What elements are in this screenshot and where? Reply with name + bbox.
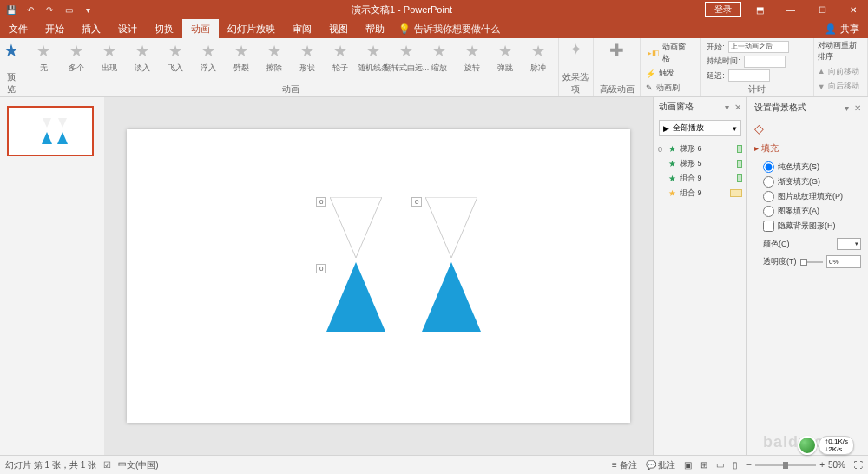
zoom-level[interactable]: 50% xyxy=(828,460,845,470)
fill-option[interactable]: 渐变填充(G) xyxy=(763,174,861,189)
save-icon[interactable]: 💾 xyxy=(5,3,17,16)
login-button[interactable]: 登录 xyxy=(705,2,741,17)
anim-gallery-item[interactable]: ★飞入 xyxy=(162,42,188,74)
start-dropdown[interactable]: 上一动画之后 xyxy=(728,41,789,53)
anim-gallery-item[interactable]: ★翻转式由远... xyxy=(393,42,419,74)
anim-gallery-item[interactable]: ★出现 xyxy=(96,42,122,74)
fill-radio[interactable] xyxy=(763,161,774,173)
color-dropdown-icon[interactable]: ▾ xyxy=(852,239,860,249)
comments-button[interactable]: 💬 批注 xyxy=(646,459,676,471)
move-earlier-button[interactable]: ▲向前移动 xyxy=(818,65,864,78)
sorter-view-icon[interactable]: ⊞ xyxy=(700,460,707,470)
anim-gallery-item[interactable]: ★弹跳 xyxy=(492,42,518,74)
anim-tag-3[interactable]: 0 xyxy=(316,264,326,273)
move-later-button[interactable]: ▼向后移动 xyxy=(818,80,864,93)
zoom-in-button[interactable]: + xyxy=(819,460,825,470)
ribbon-options-icon[interactable]: ⬒ xyxy=(745,0,774,19)
zoom-slider[interactable] xyxy=(755,464,816,466)
tab-slideshow[interactable]: 幻灯片放映 xyxy=(219,19,284,38)
fill-bucket-icon[interactable]: ◇ xyxy=(747,118,868,139)
play-all-button[interactable]: ▶全部播放▾ xyxy=(659,120,741,136)
assistant-orb-icon[interactable] xyxy=(798,436,817,455)
fit-to-window-icon[interactable]: ⛶ xyxy=(854,460,863,470)
tab-view[interactable]: 视图 xyxy=(320,19,357,38)
format-pane-dropdown-icon[interactable]: ▾ xyxy=(845,103,849,113)
animation-list-item[interactable]: ★组合 9 xyxy=(657,186,743,201)
animation-list-item[interactable]: ★组合 9 xyxy=(657,171,743,186)
add-animation-icon[interactable]: ✚ xyxy=(609,40,624,61)
notes-button[interactable]: ≡ 备注 xyxy=(612,459,637,471)
fill-option[interactable]: 隐藏背景图形(H) xyxy=(763,219,861,234)
maximize-button[interactable]: ☐ xyxy=(807,0,837,19)
slide[interactable]: 0 0 0 xyxy=(127,129,630,423)
reading-view-icon[interactable]: ▭ xyxy=(716,460,724,470)
anim-gallery-item[interactable]: ★轮子 xyxy=(327,42,353,74)
fill-checkbox[interactable] xyxy=(763,221,774,232)
tab-insert[interactable]: 插入 xyxy=(73,19,109,38)
anim-tag-1[interactable]: 0 xyxy=(316,197,326,207)
star-icon: ★ xyxy=(366,42,380,61)
anim-gallery-item[interactable]: ★浮入 xyxy=(195,42,221,74)
preview-icon[interactable]: ★ xyxy=(3,40,19,61)
transparency-slider[interactable] xyxy=(800,261,824,263)
transparency-input[interactable]: 0% xyxy=(826,255,861,268)
anim-gallery-item[interactable]: ★随机线条 xyxy=(360,42,386,74)
animation-list-item[interactable]: ★梯形 5 xyxy=(657,156,743,171)
anim-tag-2[interactable]: 0 xyxy=(411,197,422,207)
anim-gallery-item[interactable]: ★多个 xyxy=(63,42,89,74)
fill-radio[interactable] xyxy=(763,191,774,202)
anim-gallery-item[interactable]: ★形状 xyxy=(294,42,320,74)
trigger-button[interactable]: ⚡触发 xyxy=(644,67,697,81)
anim-gallery-item[interactable]: ★无 xyxy=(30,42,56,74)
start-slideshow-icon[interactable]: ▭ xyxy=(62,3,75,16)
undo-icon[interactable]: ↶ xyxy=(24,3,36,16)
anim-gallery-item[interactable]: ★淡入 xyxy=(129,42,155,74)
fill-option[interactable]: 图片或纹理填充(P) xyxy=(763,189,861,204)
tab-transitions[interactable]: 切换 xyxy=(146,19,182,38)
anim-gallery-item[interactable]: ★旋转 xyxy=(459,42,485,74)
animation-painter-button[interactable]: ✎动画刷 xyxy=(644,81,697,95)
fill-section[interactable]: ▸ 填充 xyxy=(747,139,868,158)
shape-outline-1[interactable] xyxy=(330,197,382,258)
anim-gallery-item[interactable]: ★劈裂 xyxy=(228,42,254,74)
redo-icon[interactable]: ↷ xyxy=(43,3,56,16)
triangle-shape-1[interactable] xyxy=(326,262,385,332)
spellcheck-icon[interactable]: ☑ xyxy=(103,460,111,470)
format-pane-close-icon[interactable]: ✕ xyxy=(854,103,861,113)
qat-dropdown-icon[interactable]: ▾ xyxy=(82,3,94,16)
share-button[interactable]: 👤共享 xyxy=(816,23,868,36)
animation-pane-button[interactable]: ▸◧动画窗格 xyxy=(644,40,697,66)
tab-home[interactable]: 开始 xyxy=(36,19,73,38)
triangle-shape-2[interactable] xyxy=(422,262,481,332)
close-button[interactable]: ✕ xyxy=(838,0,868,19)
delay-input[interactable] xyxy=(728,69,770,82)
fill-radio[interactable] xyxy=(763,176,774,188)
anim-gallery-item[interactable]: ★脉冲 xyxy=(525,42,551,74)
effect-options-icon[interactable]: ✦ xyxy=(562,40,589,59)
tell-me[interactable]: 💡告诉我你想要做什么 xyxy=(398,23,500,36)
fill-radio[interactable] xyxy=(763,206,774,217)
fill-option[interactable]: 纯色填充(S) xyxy=(763,160,861,174)
normal-view-icon[interactable]: ▣ xyxy=(684,460,692,470)
play-dropdown-icon[interactable]: ▾ xyxy=(733,124,737,133)
fill-option[interactable]: 图案填充(A) xyxy=(763,204,861,219)
minimize-button[interactable]: — xyxy=(776,0,806,19)
zoom-out-button[interactable]: − xyxy=(746,460,752,470)
anim-pane-dropdown-icon[interactable]: ▾ xyxy=(725,102,729,112)
duration-input[interactable] xyxy=(744,56,786,68)
tab-animations[interactable]: 动画 xyxy=(182,19,219,38)
shape-outline-2[interactable] xyxy=(425,197,477,258)
animation-list-item[interactable]: 0★梯形 6 xyxy=(657,142,743,156)
tab-review[interactable]: 审阅 xyxy=(284,19,320,38)
tab-design[interactable]: 设计 xyxy=(109,19,146,38)
color-swatch[interactable]: ▾ xyxy=(837,238,861,250)
anim-pane-close-icon[interactable]: ✕ xyxy=(734,102,741,112)
language-indicator[interactable]: 中文(中国) xyxy=(118,459,159,471)
anim-gallery-item[interactable]: ★缩放 xyxy=(426,42,452,74)
share-icon: 👤 xyxy=(825,23,837,35)
anim-gallery-item[interactable]: ★擦除 xyxy=(261,42,287,74)
slide-thumbnail-1[interactable] xyxy=(7,106,94,156)
tab-file[interactable]: 文件 xyxy=(0,19,36,38)
tab-help[interactable]: 帮助 xyxy=(357,19,393,38)
slideshow-view-icon[interactable]: ▯ xyxy=(733,460,738,470)
